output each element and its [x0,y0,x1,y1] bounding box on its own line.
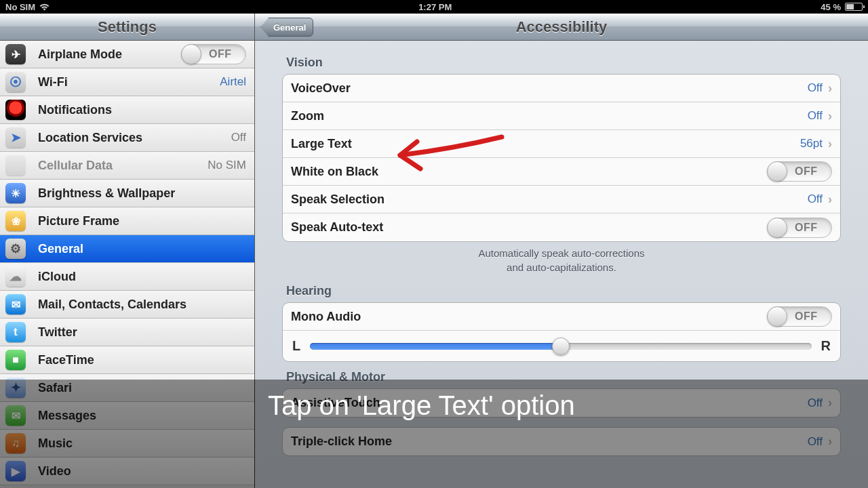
detail-header: General Accessibility [255,14,868,41]
airplane-toggle[interactable]: OFF [181,44,246,64]
facetime-icon: ■ [5,350,26,370]
mail-icon: ✉ [5,294,26,314]
tutorial-caption-overlay: Tap on 'Large Text' option [254,380,868,488]
section-vision: Vision [282,47,841,74]
wifi-icon [39,3,50,11]
sidebar-item-label: Wi-Fi [38,75,220,89]
chevron-right-icon: › [828,81,832,96]
sidebar-item-location[interactable]: ➤ Location Services Off [0,124,254,152]
sidebar-item-facetime[interactable]: ■ FaceTime [0,346,254,374]
sidebar-item-label: FaceTime [38,353,246,367]
sidebar-item-label: Twitter [38,325,246,340]
autotext-note-1: Automatically speak auto-corrections [282,242,841,262]
carrier-text: No SIM [5,2,35,12]
battery-percent: 45 % [821,2,841,12]
row-speak-autotext[interactable]: Speak Auto-text OFF [283,214,840,241]
chevron-right-icon: › [828,137,832,151]
audio-balance-slider[interactable] [310,343,811,350]
gear-icon: ⚙ [5,239,26,259]
sidebar-item-label: iCloud [38,270,246,284]
sidebar-item-general[interactable]: ⚙ General [0,235,254,263]
notifications-icon [5,100,26,120]
brightness-icon: ☀ [5,183,26,203]
vision-group: VoiceOver Off › Zoom Off › Large Text 56… [282,74,841,242]
location-icon: ➤ [5,127,26,148]
sidebar-item-label: Picture Frame [38,214,246,228]
sidebar-item-wifi[interactable]: ⦿ Wi-Fi Airtel [0,68,254,96]
cellular-icon [5,155,26,176]
detail-title: Accessibility [516,18,608,36]
white-on-black-toggle[interactable]: OFF [767,161,832,182]
sidebar-title: Settings [0,14,254,41]
row-mono-audio[interactable]: Mono Audio OFF [283,303,840,331]
cellular-value: No SIM [208,159,246,172]
chevron-right-icon: › [828,109,832,123]
sidebar-item-icloud[interactable]: ☁ iCloud [0,263,254,291]
mono-audio-toggle[interactable]: OFF [767,306,832,327]
row-white-on-black[interactable]: White on Black OFF [283,158,840,186]
autotext-note-2: and auto-capitalizations. [282,262,841,276]
sidebar-item-twitter[interactable]: t Twitter [0,319,254,346]
row-zoom[interactable]: Zoom Off › [283,102,840,130]
sidebar-item-airplane[interactable]: ✈ Airplane Mode OFF [0,41,254,68]
location-value: Off [231,131,246,144]
back-button[interactable]: General [260,18,313,37]
status-bar: No SIM 1:27 PM 45 % [0,0,868,14]
pictureframe-icon: ❀ [5,211,26,231]
hearing-group: Mono Audio OFF L R [282,302,841,362]
balance-right-label: R [821,338,831,354]
sidebar-item-mail[interactable]: ✉ Mail, Contacts, Calendars [0,291,254,319]
twitter-icon: t [5,322,26,342]
balance-left-label: L [292,338,300,354]
sidebar-item-label: Mail, Contacts, Calendars [38,298,246,312]
battery-icon [845,3,863,11]
row-voiceover[interactable]: VoiceOver Off › [283,75,840,102]
icloud-icon: ☁ [5,266,26,287]
row-speak-selection[interactable]: Speak Selection Off › [283,186,840,214]
audio-balance-row: L R [283,331,840,361]
sidebar-item-label: General [38,242,246,256]
sidebar-item-label: Location Services [38,131,231,145]
section-hearing: Hearing [282,276,841,302]
airplane-icon: ✈ [5,44,26,64]
sidebar-item-notifications[interactable]: Notifications [0,96,254,124]
sidebar-item-brightness[interactable]: ☀ Brightness & Wallpaper [0,180,254,207]
wifi-settings-icon: ⦿ [5,72,26,92]
sidebar-item-label: Airplane Mode [38,47,181,62]
sidebar-shade [0,380,255,488]
clock-text: 1:27 PM [50,2,821,12]
chevron-right-icon: › [828,192,832,207]
wifi-value: Airtel [220,75,246,89]
sidebar-item-cellular: Cellular Data No SIM [0,152,254,180]
row-large-text[interactable]: Large Text 56pt › [283,130,840,158]
tutorial-caption: Tap on 'Large Text' option [268,390,575,421]
sidebar-item-label: Brightness & Wallpaper [38,186,246,201]
speak-autotext-toggle[interactable]: OFF [767,218,832,238]
sidebar-item-label: Notifications [38,103,246,117]
sidebar-item-pictureframe[interactable]: ❀ Picture Frame [0,207,254,235]
sidebar-item-label: Cellular Data [38,159,208,173]
